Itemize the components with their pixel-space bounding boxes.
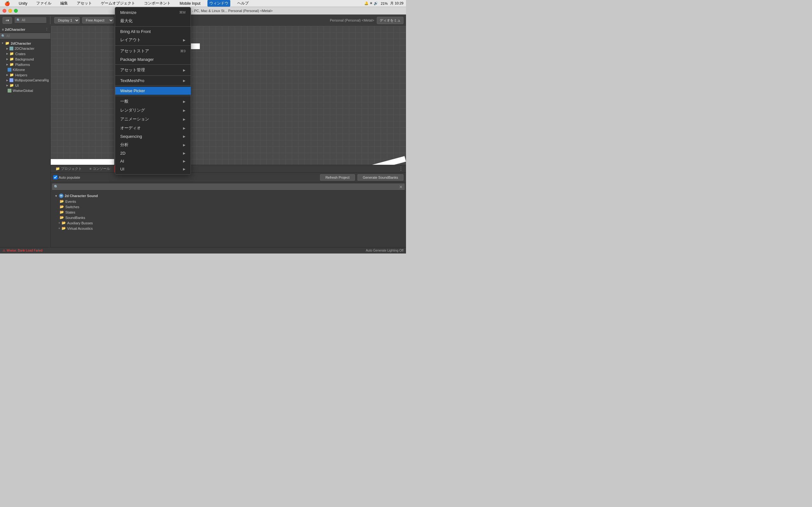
menu-package-manager-label: Package Manager xyxy=(120,57,154,62)
menu-ui-label: UI xyxy=(120,167,124,171)
menu-wwise-picker-label: Wwise Picker xyxy=(120,89,145,93)
menu-component[interactable]: コンポーネント xyxy=(142,0,172,7)
menu-bring-all[interactable]: Bring All to Front xyxy=(115,27,191,36)
menu-analysis[interactable]: 分析 ▶ xyxy=(115,140,191,149)
menu-asset-store[interactable]: アセットストア ⌘9 xyxy=(115,47,191,55)
menu-asset-management[interactable]: アセット管理 ▶ xyxy=(115,66,191,74)
menu-audio[interactable]: オーディオ ▶ xyxy=(115,124,191,132)
menu-audio-label: オーディオ xyxy=(120,125,141,131)
submenu-arrow-icon: ▶ xyxy=(183,143,186,147)
separator-5 xyxy=(115,86,191,86)
menu-minimize-shortcut: ⌘M xyxy=(179,10,186,14)
submenu-arrow-icon: ▶ xyxy=(183,167,186,171)
menu-sequencing-label: Sequencing xyxy=(120,134,142,139)
menu-assets[interactable]: アセット xyxy=(75,0,94,7)
dropdown-overlay[interactable] xyxy=(0,0,406,253)
menu-analysis-label: 分析 xyxy=(120,142,129,148)
submenu-arrow-icon: ▶ xyxy=(183,118,186,121)
menu-rendering-label: レンダリング xyxy=(120,107,145,113)
menu-asset-management-label: アセット管理 xyxy=(120,67,145,73)
menu-sequencing[interactable]: Sequencing ▶ xyxy=(115,132,191,140)
separator-2 xyxy=(115,45,191,46)
menu-minimize-label: Minimize xyxy=(120,10,136,15)
menu-window[interactable]: ウィンドウ xyxy=(207,0,230,7)
menu-gameobject[interactable]: ゲームオブジェクト xyxy=(99,0,137,7)
apple-menu[interactable]: 🍎 xyxy=(3,0,12,7)
separator-4 xyxy=(115,75,191,76)
submenu-arrow-icon: ▶ xyxy=(183,79,186,82)
menu-file[interactable]: ファイル xyxy=(34,0,53,7)
menu-edit[interactable]: 編集 xyxy=(58,0,70,7)
submenu-arrow-icon: ▶ xyxy=(183,135,186,138)
separator-3 xyxy=(115,64,191,65)
menu-animation-label: アニメーション xyxy=(120,116,149,122)
menu-maximize[interactable]: 最大化 xyxy=(115,16,191,25)
submenu-arrow-icon: ▶ xyxy=(183,68,186,72)
menu-asset-store-label: アセットストア xyxy=(120,48,149,54)
menu-2d-label: 2D xyxy=(120,151,125,156)
menu-mobile-input[interactable]: Mobile Input xyxy=(177,1,202,6)
battery-level: 21% xyxy=(380,2,388,5)
separator-1 xyxy=(115,26,191,26)
menu-general-label: 一般 xyxy=(120,99,129,104)
menubar-icons: 🔔 ☀ 🔊 xyxy=(364,1,378,5)
menu-asset-store-shortcut: ⌘9 xyxy=(180,49,186,53)
menu-ai-label: AI xyxy=(120,159,124,164)
menu-2d[interactable]: 2D ▶ xyxy=(115,149,191,157)
submenu-arrow-icon: ▶ xyxy=(183,38,186,42)
menu-minimize[interactable]: Minimize ⌘M xyxy=(115,9,191,16)
menubar-right: 🔔 ☀ 🔊 21% 月 10:29 xyxy=(364,1,403,6)
menu-wwise-picker[interactable]: Wwise Picker xyxy=(115,87,191,95)
menu-layout[interactable]: レイアウト ▶ xyxy=(115,36,191,44)
submenu-arrow-icon: ▶ xyxy=(183,100,186,103)
menu-general[interactable]: 一般 ▶ xyxy=(115,97,191,106)
submenu-arrow-icon: ▶ xyxy=(183,109,186,112)
menu-textmeshpro-label: TextMeshPro xyxy=(120,78,144,83)
menu-layout-label: レイアウト xyxy=(120,37,141,43)
menu-ui[interactable]: UI ▶ xyxy=(115,165,191,173)
menu-help[interactable]: ヘルプ xyxy=(235,0,251,7)
menu-maximize-label: 最大化 xyxy=(120,18,133,24)
menu-unity[interactable]: Unity xyxy=(17,1,29,6)
mac-menubar: 🍎 Unity ファイル 編集 アセット ゲームオブジェクト コンポーネント M… xyxy=(0,0,406,7)
separator-6 xyxy=(115,96,191,96)
menu-ai[interactable]: AI ▶ xyxy=(115,157,191,165)
menubar-time: 月 10:29 xyxy=(390,1,403,6)
menu-rendering[interactable]: レンダリング ▶ xyxy=(115,106,191,115)
submenu-arrow-icon: ▶ xyxy=(183,152,186,155)
menu-animation[interactable]: アニメーション ▶ xyxy=(115,115,191,124)
submenu-arrow-icon: ▶ xyxy=(183,126,186,130)
menu-bring-all-label: Bring All to Front xyxy=(120,29,151,34)
submenu-arrow-icon: ▶ xyxy=(183,159,186,163)
menu-package-manager[interactable]: Package Manager xyxy=(115,55,191,63)
menu-textmeshpro[interactable]: TextMeshPro ▶ xyxy=(115,77,191,84)
window-menu: Minimize ⌘M 最大化 Bring All to Front レイアウト… xyxy=(115,7,191,175)
